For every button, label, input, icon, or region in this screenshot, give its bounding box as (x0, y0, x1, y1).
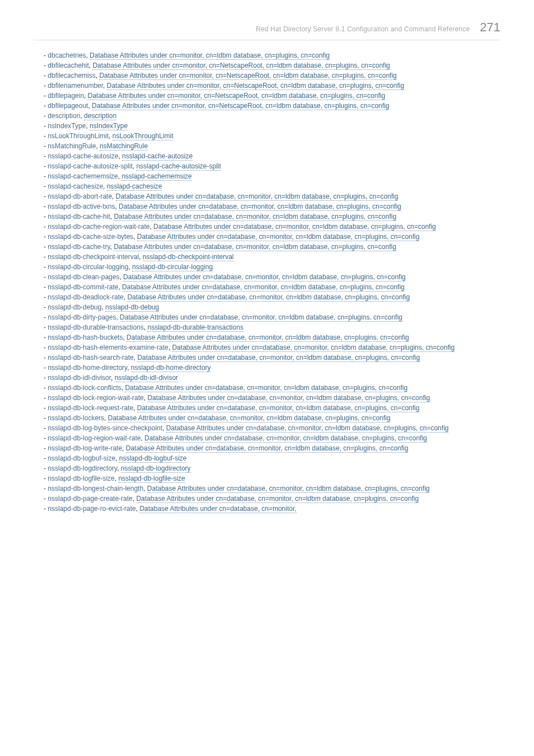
index-entry: - nsslapd-db-log-region-wait-rate, Datab… (44, 433, 500, 443)
index-entry: - dbfilepageout, Database Attributes und… (44, 101, 500, 111)
index-link[interactable]: Database Attributes under cn=database, c… (114, 213, 396, 221)
index-entry: - nsMatchingRule, nsMatchingRule (44, 141, 500, 151)
attribute-name: nsslapd-db-active-txns (48, 203, 115, 210)
attribute-name: dbcachetries (48, 51, 86, 59)
attribute-name: nsslapd-db-log-write-rate (48, 444, 122, 452)
index-link[interactable]: nsslapd-cachememsize (121, 172, 191, 181)
attribute-name: nsslapd-db-circular-logging (48, 263, 128, 271)
index-link[interactable]: Database Attributes under cn=database, c… (119, 203, 401, 211)
attribute-name: nsslapd-db-commit-rate (48, 283, 118, 291)
attribute-name: nsslapd-db-page-ro-evict-rate (48, 505, 135, 513)
attribute-name: nsslapd-db-log-region-wait-rate (48, 434, 140, 442)
index-link[interactable]: Database Attributes under cn=monitor, cn… (107, 82, 404, 90)
attribute-name: nsLookThroughLimit (48, 132, 109, 140)
index-entry: - nsslapd-db-circular-logging, nsslapd-d… (44, 262, 500, 272)
index-link[interactable]: nsslapd-db-durable-transactions (147, 323, 243, 332)
index-entry: - nsslapd-db-idl-divisor, nsslapd-db-idl… (44, 373, 500, 383)
index-link[interactable]: nsslapd-db-logdirectory (121, 464, 191, 473)
index-link[interactable]: Database Attributes under cn=database, c… (127, 293, 410, 302)
attribute-name: nsslapd-db-clean-pages (48, 273, 119, 281)
attribute-name: nsslapd-db-cache-try (48, 243, 110, 251)
attribute-name: nsslapd-db-hash-buckets (48, 334, 123, 341)
attribute-name: nsslapd-db-deadlock-rate (48, 293, 123, 301)
index-link[interactable]: Database Attributes under cn=monitor, cn… (92, 62, 390, 70)
index-link[interactable]: Database Attributes under cn=database, c… (136, 495, 419, 503)
index-entry: - nsslapd-db-lock-conflicts, Database At… (44, 383, 500, 393)
attribute-name: nsslapd-db-checkpoint-interval (48, 253, 139, 261)
index-link[interactable]: Database Attributes under cn=monitor, cn… (90, 51, 330, 60)
index-link[interactable]: nsslapd-db-logfile-size (118, 475, 185, 483)
index-link[interactable]: nsslapd-cache-autosize (122, 152, 193, 161)
attribute-name: nsslapd-db-page-create-rate (48, 495, 132, 503)
index-entry: - nsslapd-db-clean-pages, Database Attri… (44, 272, 500, 282)
attribute-name: nsslapd-cache-autosize (48, 152, 118, 160)
index-link[interactable]: nsLookThroughLimit (113, 132, 174, 140)
attribute-name: nsslapd-cachememsize (48, 172, 118, 180)
index-link[interactable]: Database Attributes under cn=database, c… (137, 354, 420, 362)
index-link[interactable]: description (84, 112, 116, 120)
index-entry: - dbcachetries, Database Attributes unde… (44, 50, 500, 60)
index-link[interactable]: Database Attributes under cn=monitor, cn… (88, 92, 385, 100)
index-link[interactable]: Database Attributes under cn=database, c… (116, 192, 399, 201)
attribute-name: dbfilecachehit (48, 62, 88, 69)
attribute-name: nsslapd-db-longest-chain-length (48, 485, 143, 492)
index-link[interactable]: Database Attributes under cn=monitor, cn… (92, 102, 389, 110)
index-entry: - nsIndexType, nsIndexType (44, 121, 500, 131)
attribute-name: dbfilenamenumber (48, 82, 103, 90)
index-link[interactable]: nsslapd-db-circular-logging (132, 263, 213, 271)
attribute-name: nsslapd-db-logbuf-size (48, 454, 115, 462)
index-entry: - nsslapd-db-lockers, Database Attribute… (44, 413, 500, 423)
index-link[interactable]: Database Attributes under cn=database, c… (108, 414, 391, 422)
attribute-name: nsslapd-db-lockers (48, 414, 104, 422)
index-link[interactable]: nsslapd-db-logbuf-size (119, 454, 187, 463)
index-link[interactable]: Database Attributes under cn=database, c… (122, 283, 405, 292)
index-link[interactable]: Database Attributes under cn=database, c… (123, 273, 406, 281)
index-entry: - nsslapd-db-home-directory, nsslapd-db-… (44, 363, 500, 373)
attribute-name: dbfilepagein (48, 92, 84, 100)
index-link[interactable]: nsMatchingRule (100, 142, 148, 151)
index-entry: - nsslapd-db-dirty-pages, Database Attri… (44, 312, 500, 322)
attribute-name: nsslapd-db-lock-region-wait-rate (48, 394, 143, 402)
index-link[interactable]: nsslapd-cachesize (107, 182, 162, 191)
attribute-name: nsslapd-db-idl-divisor (48, 374, 111, 382)
index-link[interactable]: nsslapd-db-checkpoint-interval (143, 253, 234, 261)
index-entry: - nsslapd-db-active-txns, Database Attri… (44, 201, 500, 212)
attribute-name: nsslapd-db-logdirectory (48, 464, 117, 472)
index-entry: - nsslapd-db-logdirectory, nsslapd-db-lo… (44, 463, 500, 473)
attribute-name: nsslapd-db-lock-conflicts (48, 384, 121, 392)
index-link[interactable]: nsslapd-db-home-directory (131, 364, 211, 372)
index-link[interactable]: Database Attributes under cn=database, c… (144, 434, 427, 443)
index-entry: - nsslapd-db-lock-request-rate, Database… (44, 403, 500, 413)
index-link[interactable]: Database Attributes under cn=database, c… (126, 444, 409, 453)
index-link[interactable]: nsIndexType (90, 122, 128, 130)
index-link[interactable]: Database Attributes under cn=database, c… (172, 344, 455, 352)
index-link[interactable]: Database Attributes under cn=database, c… (125, 384, 407, 392)
index-list: - dbcachetries, Database Attributes unde… (34, 50, 500, 514)
index-link[interactable]: Database Attributes under cn=database, c… (147, 394, 430, 402)
index-entry: - nsslapd-db-page-ro-evict-rate, Databas… (44, 504, 500, 514)
attribute-name: nsslapd-db-abort-rate (48, 192, 112, 200)
index-entry: - dbfilecachemiss, Database Attributes u… (44, 71, 500, 81)
index-link[interactable]: Database Attributes under cn=database, c… (114, 243, 396, 251)
index-link[interactable]: Database Attributes under cn=database, c… (120, 313, 402, 322)
index-link[interactable]: nsslapd-db-debug (105, 303, 159, 312)
index-link[interactable]: Database Attributes under cn=database, c… (166, 424, 449, 433)
index-link[interactable]: Database Attributes under cn=database, c… (137, 404, 420, 412)
attribute-name: nsslapd-db-cache-size-bytes (48, 233, 133, 241)
index-entry: - nsslapd-db-logfile-size, nsslapd-db-lo… (44, 473, 500, 483)
index-entry: - nsslapd-db-hash-search-rate, Database … (44, 353, 500, 363)
index-link[interactable]: nsslapd-db-idl-divisor (115, 374, 178, 382)
index-entry: - nsslapd-db-log-bytes-since-checkpoint,… (44, 423, 500, 433)
index-link[interactable]: Database Attributes under cn=database, c… (139, 505, 296, 513)
index-entry: - nsslapd-db-debug, nsslapd-db-debug (44, 302, 500, 312)
index-entry: - nsslapd-db-page-create-rate, Database … (44, 494, 500, 504)
index-link[interactable]: Database Attributes under cn=database, c… (137, 233, 420, 241)
index-link[interactable]: Database Attributes under cn=database, c… (147, 485, 430, 493)
index-link[interactable]: Database Attributes under cn=monitor, cn… (99, 72, 396, 80)
index-link[interactable]: Database Attributes under cn=database, c… (127, 334, 409, 342)
index-entry: - nsLookThroughLimit, nsLookThroughLimit (44, 131, 500, 141)
index-entry: - nsslapd-db-cache-try, Database Attribu… (44, 242, 500, 252)
attribute-name: nsIndexType (48, 122, 86, 130)
index-link[interactable]: nsslapd-cache-autosize-split (136, 162, 221, 171)
index-link[interactable]: Database Attributes under cn=database, c… (153, 223, 436, 231)
